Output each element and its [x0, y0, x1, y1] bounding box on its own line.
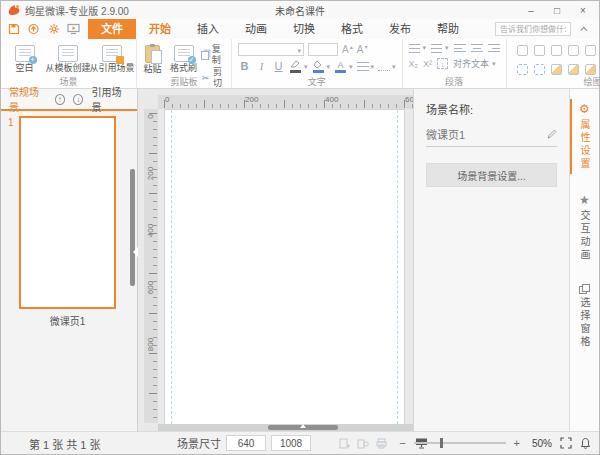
- scene-width-input[interactable]: [226, 435, 266, 451]
- tab-publish[interactable]: 发布: [376, 19, 424, 39]
- shape-fill-color-button[interactable]: [312, 60, 325, 73]
- move-scene-up-icon[interactable]: ↑: [55, 94, 65, 105]
- h-ruler-tick: 200: [245, 95, 258, 104]
- tab-transition[interactable]: 切换: [280, 19, 328, 39]
- chevron-down-icon[interactable]: ▾: [423, 44, 427, 52]
- chevron-down-icon[interactable]: ▾: [349, 63, 353, 71]
- select-objects-icon[interactable]: [517, 64, 528, 75]
- bold-button[interactable]: B: [238, 60, 251, 73]
- align-left-icon[interactable]: [454, 43, 466, 53]
- paragraph-spacing-icon[interactable]: [431, 44, 442, 53]
- font-color-button[interactable]: A: [334, 60, 347, 73]
- tab-help[interactable]: 帮助: [424, 19, 472, 39]
- align-objects-icon[interactable]: [551, 64, 562, 75]
- zoom-in-button[interactable]: +: [514, 437, 520, 449]
- preview-icon[interactable]: [67, 23, 80, 36]
- drawing-group-label: 绘图: [507, 77, 600, 88]
- move-scene-down-icon[interactable]: ↓: [73, 94, 83, 105]
- tab-animation[interactable]: 动画: [232, 19, 280, 39]
- blank-scene-button[interactable]: + 空白: [3, 42, 46, 77]
- tab-format[interactable]: 格式: [328, 19, 376, 39]
- tab-file[interactable]: 文件: [88, 19, 136, 39]
- text-direction-icon[interactable]: ↕: [437, 58, 448, 69]
- underline-style-icon[interactable]: [378, 62, 390, 71]
- chevron-down-icon[interactable]: ▾: [392, 63, 396, 71]
- from-reference-scene-button[interactable]: 从引用场景: [90, 42, 134, 77]
- tab-insert[interactable]: 插入: [184, 19, 232, 39]
- quick-access-toolbar: [1, 23, 88, 36]
- chevron-down-icon[interactable]: ▾: [304, 63, 308, 71]
- gear-icon: ⚙: [579, 102, 590, 116]
- maximize-button[interactable]: □: [551, 5, 563, 16]
- publish-icon[interactable]: [27, 23, 40, 36]
- chevron-down-icon[interactable]: ▾: [327, 63, 331, 71]
- group-objects-icon[interactable]: [585, 45, 596, 56]
- tab-reference-scenes[interactable]: 引用场景: [91, 84, 129, 114]
- fit-to-window-icon[interactable]: [560, 437, 572, 449]
- zoom-out-button[interactable]: −: [399, 437, 405, 449]
- save-icon[interactable]: [7, 23, 20, 36]
- print-icon[interactable]: [376, 438, 387, 449]
- shrink-font-button[interactable]: A▾: [357, 44, 368, 55]
- tell-me-search-input[interactable]: [495, 22, 571, 36]
- line-spacing-icon[interactable]: [357, 62, 369, 71]
- collapse-ribbon-icon[interactable]: [575, 22, 593, 36]
- chevron-down-icon[interactable]: ▾: [492, 60, 496, 68]
- zoom-percentage[interactable]: 50%: [528, 438, 552, 449]
- add-scene-icon[interactable]: [339, 438, 350, 449]
- v-ruler-tick: 200: [146, 165, 155, 183]
- align-right-icon[interactable]: [488, 43, 500, 53]
- tab-selection-pane[interactable]: 选择窗格: [570, 281, 599, 352]
- scene-thumbnail[interactable]: [19, 116, 116, 309]
- underline-button[interactable]: U: [272, 60, 285, 73]
- properties-panel: 场景名称: 微课页1 场景背景设置...: [413, 89, 569, 431]
- send-backward-icon[interactable]: [551, 45, 562, 56]
- close-button[interactable]: ×: [577, 5, 589, 16]
- zoom-slider[interactable]: [414, 442, 506, 444]
- notification-bell-icon[interactable]: [580, 437, 591, 449]
- multi-select-icon[interactable]: [534, 64, 545, 75]
- edit-pencil-icon[interactable]: [547, 129, 557, 139]
- lock-object-icon[interactable]: [534, 45, 545, 56]
- highlight-color-button[interactable]: [289, 60, 302, 73]
- shrink-caret-icon: ▾: [364, 44, 367, 50]
- minimize-button[interactable]: –: [525, 5, 537, 16]
- chevron-down-icon[interactable]: ▾: [371, 63, 375, 71]
- sidebar-scrollbar[interactable]: [130, 169, 135, 286]
- tab-interactive-animation[interactable]: ★ 交互动画: [570, 190, 599, 265]
- zoom-slider-handle[interactable]: [440, 438, 443, 448]
- italic-button[interactable]: I: [255, 60, 268, 73]
- scene-background-settings-button[interactable]: 场景背景设置...: [426, 163, 557, 187]
- bullet-list-icon[interactable]: [409, 44, 420, 53]
- chevron-down-icon[interactable]: ▾: [445, 44, 449, 52]
- font-size-select[interactable]: [308, 43, 338, 56]
- horizontal-scrollbar[interactable]: [158, 424, 413, 431]
- distribute-objects-icon[interactable]: [568, 64, 579, 75]
- tab-normal-scenes[interactable]: 常规场景: [9, 84, 47, 114]
- scene-name-field[interactable]: 微课页1: [426, 126, 557, 147]
- merge-shapes-icon[interactable]: [585, 64, 596, 75]
- window-controls: – □ ×: [525, 5, 595, 16]
- text-group-label: 文字: [232, 77, 402, 88]
- font-family-select[interactable]: ▾: [238, 43, 304, 56]
- align-text-button[interactable]: 对齐文本: [453, 57, 489, 70]
- copy-button[interactable]: 复制: [201, 44, 229, 66]
- subscript-button[interactable]: X₂: [409, 59, 419, 69]
- grow-font-button[interactable]: A▴: [342, 44, 353, 55]
- slide-counter: 第 1 张 共 1 张: [29, 436, 101, 452]
- rotate-object-icon[interactable]: [568, 45, 579, 56]
- tab-home[interactable]: 开始: [136, 19, 184, 39]
- slide-page[interactable]: [164, 109, 405, 425]
- bring-forward-icon[interactable]: [517, 45, 528, 56]
- scene-name-value: 微课页1: [426, 126, 465, 142]
- grow-caret-icon: ▴: [350, 44, 353, 50]
- scene-height-input[interactable]: [271, 435, 311, 451]
- create-from-template-button[interactable]: 从模板创建: [46, 42, 90, 77]
- selection-pane-icon: [579, 284, 590, 294]
- tab-property-settings[interactable]: ⚙ 属性设置: [570, 99, 599, 174]
- duplicate-scene-icon[interactable]: [357, 438, 369, 449]
- horizontal-scrollbar-thumb[interactable]: [268, 425, 338, 430]
- settings-icon[interactable]: [47, 23, 60, 36]
- superscript-button[interactable]: X²: [423, 59, 432, 69]
- align-center-icon[interactable]: [471, 43, 483, 53]
